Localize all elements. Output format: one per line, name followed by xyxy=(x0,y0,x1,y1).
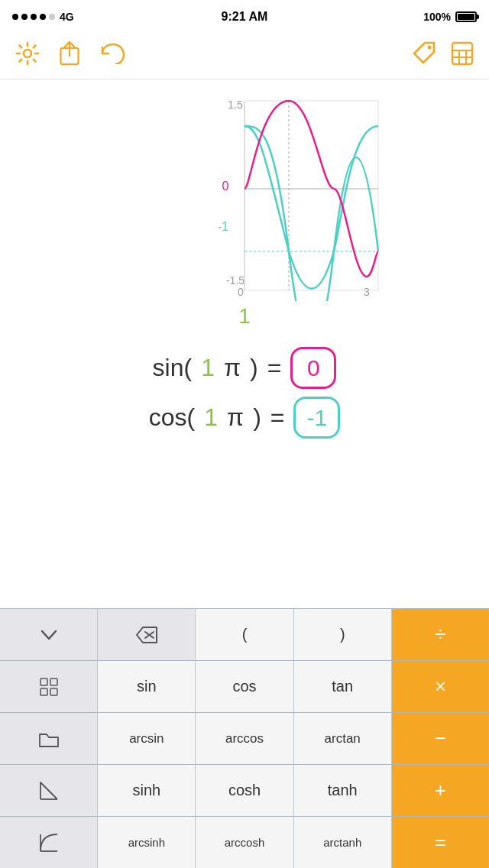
svg-rect-23 xyxy=(50,679,57,685)
graph-container: 1.5 0 -1 -1.5 0 3 xyxy=(99,87,390,301)
svg-text:0: 0 xyxy=(222,180,229,193)
battery-percent: 100% xyxy=(423,11,451,23)
key-sin[interactable]: sin xyxy=(98,661,196,712)
undo-icon[interactable] xyxy=(99,43,125,70)
key-row-2: sin cos tan × xyxy=(0,660,489,712)
svg-text:-1: -1 xyxy=(218,220,228,233)
key-tan[interactable]: tan xyxy=(294,661,392,712)
key-equals[interactable]: = xyxy=(392,817,489,868)
svg-rect-22 xyxy=(40,679,47,685)
cos-formula-row: cos( 1 π ) = -1 xyxy=(149,397,340,439)
sin-func-label: sin( xyxy=(153,354,193,382)
key-row-3: arcsin arccos arctan − xyxy=(0,712,489,764)
key-triangle[interactable] xyxy=(0,765,98,816)
key-row-4: sinh cosh tanh + xyxy=(0,764,489,816)
status-bar: 4G 9:21 AM 100% xyxy=(0,0,489,34)
key-open-paren[interactable]: ( xyxy=(196,609,293,660)
sin-result-value: 0 xyxy=(307,355,320,381)
cos-arg-label: 1 xyxy=(204,403,218,432)
sin-arg-label: 1 xyxy=(201,354,215,382)
tag-icon[interactable] xyxy=(413,41,436,71)
keyboard: ( ) ÷ sin cos tan × xyxy=(0,608,489,868)
toolbar-left xyxy=(15,41,125,71)
svg-text:-1.5: -1.5 xyxy=(226,274,244,287)
svg-rect-25 xyxy=(50,688,57,695)
key-multiply[interactable]: × xyxy=(392,661,489,712)
key-grid[interactable] xyxy=(0,661,98,712)
status-left: 4G xyxy=(12,11,74,23)
key-folder[interactable] xyxy=(0,713,98,764)
key-sinh[interactable]: sinh xyxy=(98,765,196,816)
svg-text:3: 3 xyxy=(364,286,370,298)
sin-formula-row: sin( 1 π ) = 0 xyxy=(153,347,337,389)
settings-icon[interactable] xyxy=(15,41,40,71)
key-row-5: arcsinh arccosh arctanh = xyxy=(0,816,489,868)
toolbar xyxy=(0,34,489,79)
key-collapse[interactable] xyxy=(0,609,98,660)
key-divide[interactable]: ÷ xyxy=(392,609,489,660)
key-minus[interactable]: − xyxy=(392,713,489,764)
key-row-1: ( ) ÷ xyxy=(0,608,489,660)
selected-value: 1 xyxy=(0,304,489,329)
svg-text:0: 0 xyxy=(238,286,244,298)
status-right: 100% xyxy=(423,11,477,23)
svg-rect-4 xyxy=(452,43,472,64)
key-arcsin[interactable]: arcsin xyxy=(98,713,196,764)
key-arcsinh[interactable]: arcsinh xyxy=(98,817,196,868)
sin-result-box: 0 xyxy=(290,347,336,389)
key-cosh[interactable]: cosh xyxy=(196,765,293,816)
key-arctan[interactable]: arctan xyxy=(294,713,392,764)
sin-pi-label: π xyxy=(224,354,241,382)
svg-rect-24 xyxy=(40,688,47,695)
cos-result-box: -1 xyxy=(293,397,340,439)
cos-result-value: -1 xyxy=(306,405,327,431)
calc-icon[interactable] xyxy=(451,41,474,71)
key-close-paren[interactable]: ) xyxy=(294,609,392,660)
key-backspace[interactable] xyxy=(98,609,196,660)
key-arctanh[interactable]: arctanh xyxy=(294,817,392,868)
share-icon[interactable] xyxy=(58,41,81,71)
svg-text:1.5: 1.5 xyxy=(228,99,243,111)
key-curve[interactable] xyxy=(0,817,98,868)
cos-eq-label: = xyxy=(270,403,285,432)
battery-icon xyxy=(455,11,477,22)
key-plus[interactable]: + xyxy=(392,765,489,816)
key-cos[interactable]: cos xyxy=(196,661,293,712)
toolbar-right xyxy=(413,41,474,71)
key-tanh[interactable]: tanh xyxy=(294,765,392,816)
key-arccos[interactable]: arccos xyxy=(196,713,293,764)
formula-area: sin( 1 π ) = 0 cos( 1 π ) = -1 xyxy=(0,332,489,446)
key-arccosh[interactable]: arccosh xyxy=(196,817,293,868)
status-time: 9:21 AM xyxy=(222,10,268,24)
sin-close-label: ) xyxy=(250,354,258,382)
cos-close-label: ) xyxy=(253,403,261,432)
svg-point-0 xyxy=(24,50,31,57)
svg-point-3 xyxy=(428,46,432,50)
cos-func-label: cos( xyxy=(149,403,195,432)
graph-svg: 1.5 0 -1 -1.5 0 3 xyxy=(99,87,390,301)
signal-dots xyxy=(12,14,55,20)
cos-pi-label: π xyxy=(227,403,244,432)
graph-area: 1.5 0 -1 -1.5 0 3 xyxy=(0,79,489,301)
sin-eq-label: = xyxy=(267,354,282,382)
network-label: 4G xyxy=(60,11,74,23)
